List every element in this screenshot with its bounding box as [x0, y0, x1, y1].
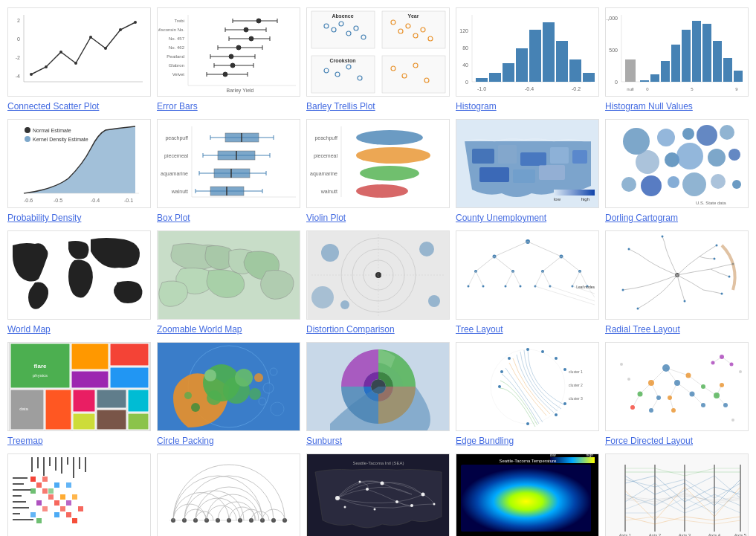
chart-thumb-parallel: Axis 1 Axis 2 Axis 3 Axis 4 Axis 5 [605, 453, 749, 536]
svg-rect-109 [640, 80, 649, 82]
svg-rect-379 [66, 500, 71, 506]
chart-item-sunburst[interactable]: Sunburst [306, 342, 450, 448]
svg-rect-116 [713, 41, 722, 82]
svg-point-32 [244, 28, 248, 32]
chart-item-connected-scatter[interactable]: -4 -2 0 2 Connected Scatter Plot [7, 7, 151, 113]
svg-text:1,000: 1,000 [607, 16, 618, 21]
chart-item-world-map[interactable]: World Map [7, 230, 151, 336]
chart-item-reorderable-matrix[interactable]: Reorderable Matrix [7, 453, 151, 536]
chart-item-error-bars[interactable]: Trebi Wisconsin No. No. 457 No. 462 Peat… [157, 7, 300, 113]
svg-rect-375 [48, 488, 54, 494]
svg-point-409 [380, 482, 384, 485]
svg-point-335 [630, 405, 635, 410]
svg-point-287 [254, 373, 263, 382]
svg-text:2: 2 [17, 18, 20, 23]
svg-point-332 [668, 395, 672, 400]
svg-text:Seattle-Tacoma Intl (SEA): Seattle-Tacoma Intl (SEA) [352, 461, 404, 465]
svg-rect-118 [734, 71, 743, 82]
svg-rect-425 [607, 453, 748, 536]
svg-text:-0.6: -0.6 [24, 198, 33, 203]
svg-point-286 [184, 392, 192, 399]
svg-point-48 [230, 63, 235, 68]
svg-rect-383 [54, 512, 59, 517]
chart-item-parallel-coordinates[interactable]: Axis 1 Axis 2 Axis 3 Axis 4 Axis 5 [605, 453, 749, 536]
svg-point-40 [236, 45, 241, 50]
chart-item-barley-trellis[interactable]: Absence Year Crookston [306, 7, 450, 113]
chart-item-airport-connections[interactable]: Seattle-Tacoma Intl (SEA) Airport Connec… [306, 453, 450, 536]
svg-text:high: high [586, 453, 593, 457]
svg-rect-270 [97, 390, 126, 408]
chart-item-violin-plot[interactable]: peachpuff piecemeal aquamarine walnutt V… [306, 119, 450, 225]
svg-rect-0 [9, 7, 150, 97]
svg-point-414 [358, 481, 361, 483]
svg-point-254 [720, 293, 723, 295]
svg-text:Velvet: Velvet [172, 72, 184, 77]
svg-text:-4: -4 [15, 74, 19, 79]
chart-thumb-distortion [306, 230, 450, 320]
chart-item-distortion-comparison[interactable]: Distortion Comparison [306, 230, 450, 336]
chart-item-circle-packing[interactable]: Circle Packing [157, 342, 300, 448]
svg-point-298 [541, 350, 544, 353]
svg-point-328 [674, 380, 680, 386]
chart-item-arc-diagram[interactable]: Arc Diagram [157, 453, 300, 536]
chart-label-probability-density: Probability Density [7, 211, 151, 225]
svg-rect-267 [45, 390, 71, 430]
svg-rect-354 [43, 457, 45, 476]
chart-thumb-heatmap: low high Seattle-Tacoma Temperature [456, 453, 599, 536]
svg-point-301 [563, 402, 566, 405]
svg-rect-110 [650, 74, 659, 82]
svg-text:0: 0 [615, 80, 618, 85]
chart-item-box-plot[interactable]: peachpuff piecemeal aquamarine walnutt [157, 119, 300, 225]
svg-rect-389 [48, 494, 54, 500]
svg-rect-91 [503, 63, 514, 82]
chart-item-histogram-null[interactable]: 0 500 1,000 null 0 5 9 [605, 7, 749, 113]
svg-rect-262 [71, 343, 109, 369]
svg-text:Kernel Density Estimate: Kernel Density Estimate [33, 137, 88, 143]
chart-item-probability-density[interactable]: Normal Estimate Kernel Density Estimate … [7, 119, 151, 225]
svg-text:Glabron: Glabron [168, 63, 184, 68]
svg-text:aquamarine: aquamarine [310, 171, 337, 177]
chart-item-force-directed[interactable]: Force Directed Layout [605, 342, 749, 448]
svg-rect-271 [97, 410, 126, 430]
chart-item-heatmap[interactable]: low high Seattle-Tacoma Temperature Heat… [456, 453, 599, 536]
chart-item-county-unemployment[interactable]: low high County Unemployment [456, 119, 599, 225]
svg-point-250 [715, 245, 717, 247]
chart-item-edge-bundling[interactable]: cluster 1 cluster 2 cluster 3 Edge Bundl… [456, 342, 599, 448]
svg-text:high: high [581, 197, 589, 201]
svg-rect-371 [42, 477, 48, 482]
svg-point-191 [728, 149, 740, 161]
chart-item-treemap[interactable]: flare physics data Treemap [7, 342, 151, 448]
chart-item-dorling-cartogram[interactable]: U.S. State data Dorling Cartogram [605, 119, 749, 225]
chart-item-tree-layout[interactable]: Leaf nodes Tree Layout [456, 230, 599, 336]
svg-point-44 [229, 54, 233, 59]
svg-rect-378 [36, 500, 42, 506]
svg-point-349 [731, 419, 734, 422]
svg-text:cluster 3: cluster 3 [569, 396, 583, 401]
svg-point-341 [720, 383, 724, 387]
svg-text:peachpuff: peachpuff [314, 135, 337, 141]
svg-point-165 [356, 130, 423, 145]
svg-point-305 [500, 370, 503, 373]
svg-text:piecemeal: piecemeal [164, 153, 188, 159]
svg-point-282 [207, 390, 222, 405]
svg-text:Axis 2: Axis 2 [648, 533, 661, 536]
svg-point-346 [711, 361, 714, 365]
svg-point-284 [249, 388, 261, 400]
svg-point-344 [720, 355, 724, 359]
svg-rect-377 [72, 494, 77, 500]
svg-rect-272 [128, 390, 149, 412]
svg-point-208 [428, 295, 440, 307]
svg-point-194 [668, 176, 679, 188]
chart-gallery: -4 -2 0 2 Connected Scatter Plot [7, 7, 749, 536]
svg-point-192 [621, 177, 636, 192]
svg-rect-264 [110, 343, 149, 366]
svg-point-415 [433, 503, 435, 506]
svg-point-299 [555, 357, 558, 360]
svg-point-253 [728, 276, 730, 278]
svg-point-281 [235, 369, 253, 387]
chart-item-zoomable-world-map[interactable]: Zoomable World Map [157, 230, 300, 336]
chart-item-radial-tree[interactable]: Radial Tree Layout [605, 230, 749, 336]
chart-label-edge-bundling: Edge Bundling [456, 434, 599, 448]
svg-point-9 [59, 51, 62, 54]
chart-item-histogram[interactable]: 0 40 80 120 -1.0 -0.4 -0.2 Histogram [456, 7, 599, 113]
